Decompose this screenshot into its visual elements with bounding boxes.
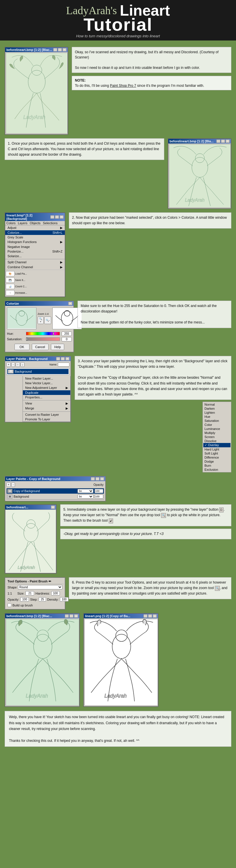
colorize-cancel-btn[interactable]: Cancel [32,344,48,350]
zoom-out-btn[interactable]: 🔍- [44,316,51,324]
blend-exclusion[interactable]: Exclusion [203,468,231,472]
blend-normal[interactable]: Normal [203,402,231,406]
blend-dodge[interactable]: Dodge [203,460,231,464]
after-final-min[interactable]: _ [143,614,147,618]
blend-hard-light[interactable]: Hard Light [203,447,231,452]
shape-select[interactable]: Round Square [18,585,63,589]
step5-close[interactable]: × [51,505,55,509]
blend-color[interactable]: Color [203,423,231,427]
blend-overlay[interactable]: ✓ Overlay [203,443,231,447]
blend-burn[interactable]: Burn [203,464,231,468]
layer-copy-blend-2[interactable]: bo Normal [77,494,93,498]
blend-darken[interactable]: Darken [203,406,231,410]
size-input[interactable] [26,591,34,595]
menu-negative[interactable]: Negative Image [5,245,65,249]
layer-close[interactable]: × [65,357,69,361]
hue-slider-thumb[interactable] [53,332,54,335]
ctx-promote[interactable]: Promote To Layer [23,417,70,422]
layer-delete-btn[interactable]: - [11,362,15,367]
zoom-in-btn[interactable]: 🔍+ [38,316,44,324]
menu-colorize[interactable]: Colorize...Shift+L [5,230,65,235]
layer-copy-row-1[interactable]: 🖼 Copy of Background bo Normal Overlay [7,488,104,494]
minimize-btn[interactable]: _ [53,48,57,52]
ctx-convert-raster[interactable]: Convert to Raster Layer [23,412,70,417]
layer-copy-del[interactable]: - [11,482,15,487]
menu-solarize[interactable]: Solarize... [5,254,65,258]
blend-luminance[interactable]: Luminance [203,427,231,431]
ctx-merge[interactable]: Merge ▶ [23,406,70,411]
layer-copy-minimize[interactable]: _ [91,477,95,480]
step1-para: 1. Once your picture is opened, press an… [8,141,161,158]
before-final-svg: LadyArah [6,619,79,706]
opacity-input[interactable] [20,597,29,601]
blend-difference[interactable]: Difference [203,456,231,460]
blend-screen[interactable]: Screen [203,435,231,439]
ctx-new-vector[interactable]: New Vector Layer... [23,381,70,385]
hardness-input[interactable] [51,591,60,595]
ctx-properties[interactable]: Properties... [23,395,70,400]
ctx-view[interactable]: View ▶ [23,401,70,406]
colorize-help-btn[interactable]: Help [51,344,65,350]
blend-lighten[interactable]: Lighten [203,410,231,414]
layer-up-btn[interactable]: ↑ [15,362,20,367]
close-btn-2[interactable]: × [226,140,230,143]
layer-minimize[interactable]: _ [56,357,60,361]
layer-copy-maximize[interactable]: □ [95,477,100,480]
blend-dissolve[interactable]: Dissolve [203,439,231,443]
psp-menubar[interactable]: Colors Layers Objects Selections [5,221,65,225]
density-label: Density: [47,598,59,601]
shape-label: Shape [7,586,17,589]
hue-input[interactable] [62,332,72,336]
layer-copy-opacity-1[interactable] [95,489,103,493]
layer-maximize[interactable]: □ [61,357,65,361]
blend-saturation[interactable]: Saturation [203,418,231,423]
hue-slider-track[interactable] [26,332,60,335]
colorize-dialog: Colorize × [5,301,74,352]
after-final-max[interactable]: □ [148,614,152,618]
layer-name-input[interactable] [58,363,69,367]
section-step1: 1. Once your picture is opened, press an… [5,138,231,209]
menu-combine-channel[interactable]: Combine Channel▶ [5,265,65,270]
after-final-close[interactable]: × [153,614,157,618]
maximize-btn[interactable]: □ [58,48,62,52]
layer-copy-add[interactable]: + [6,482,11,487]
layer-row-background[interactable]: 🖼 Background [6,368,69,375]
sat-slider-track[interactable] [26,337,60,341]
sat-slider-thumb[interactable] [26,338,28,341]
menu-greyscale[interactable]: Grey Scale [5,235,65,240]
layer-copy-opacity-2[interactable] [95,494,103,498]
ctx-duplicate[interactable]: Duplicate [23,390,70,395]
layer-add-btn[interactable]: + [6,362,11,367]
menu-posterize[interactable]: Posterize...Shift+Z [5,249,65,254]
zoom-tool-icon: 🔍 [215,586,220,591]
ctx-new-adjustment[interactable]: New Adjustment Layer ▶ [23,385,70,390]
menu-histogram[interactable]: Histogram Functions▶ [5,240,65,245]
sat-input[interactable] [62,337,72,341]
ctx-new-raster[interactable]: New Raster Layer... [23,376,70,381]
buildup-checkbox[interactable] [7,603,11,607]
menu-adjust[interactable]: Adjust▶ [5,225,65,230]
colorize-close[interactable]: × [68,302,72,305]
maximize-btn-3[interactable]: □ [55,215,59,219]
blend-hue[interactable]: Hue [203,414,231,418]
colorize-ok-btn[interactable]: OK [14,344,30,350]
density-input[interactable] [60,597,69,601]
layer-copy-row-2[interactable]: 🖼 Background bo Normal [7,494,104,499]
buildup-label: Build up brush [12,603,33,607]
before-final-max[interactable]: □ [69,614,73,618]
blend-soft-light[interactable]: Soft Light [203,452,231,456]
before-final-min[interactable]: _ [65,614,69,618]
layer-down-btn[interactable]: ↓ [21,362,25,367]
minimize-btn-3[interactable]: _ [50,215,55,219]
step-input[interactable] [39,597,46,601]
close-btn-3[interactable]: × [60,215,64,219]
layer-copy-blend-1[interactable]: bo Normal Overlay [77,489,93,493]
close-btn[interactable]: × [63,48,67,52]
layer-copy-close[interactable]: × [100,477,104,480]
before-final-close[interactable]: × [74,614,78,618]
maximize-btn-2[interactable]: □ [221,140,225,143]
blend-multiply[interactable]: Multiply [203,431,231,435]
layer-bg-selected[interactable]: 🖼 Background [7,369,69,374]
minimize-btn-2[interactable]: _ [216,140,221,143]
menu-split-channel[interactable]: Split Channel▶ [5,260,65,265]
